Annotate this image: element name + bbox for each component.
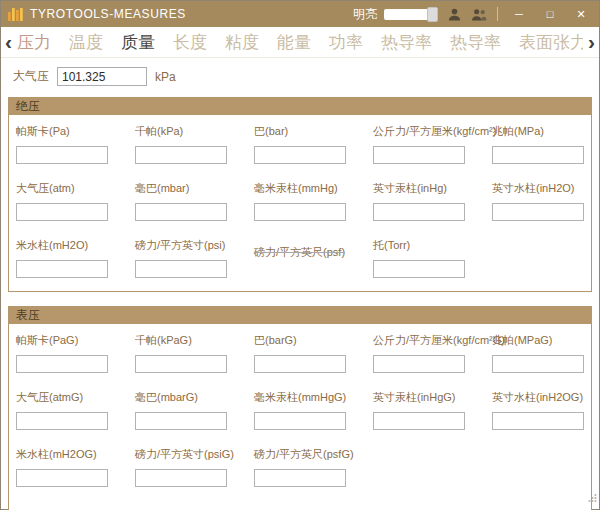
torr-input[interactable] — [373, 260, 465, 278]
field-psig: 磅力/平方英寸(psiG) — [135, 447, 227, 487]
atmosphere-unit-label: kPa — [155, 70, 176, 84]
mbar-input[interactable] — [135, 203, 227, 221]
field-kpag: 千帕(kPaG) — [135, 333, 227, 373]
field-label: 千帕(kPaG) — [135, 333, 227, 348]
brightness-slider-handle[interactable] — [427, 7, 438, 22]
mmhg-input[interactable] — [254, 203, 346, 221]
field-label: 磅力/平方英尺(psf) — [254, 245, 346, 260]
tab-thermal-conductivity[interactable]: 热导率 — [381, 27, 432, 58]
tab-bar: ‹ 压力 温度 质量 长度 粘度 能量 功率 热导率 热导率 表面张力 › — [1, 27, 599, 58]
field-label: 英寸汞柱(inHgG) — [373, 390, 465, 405]
psfg-input[interactable] — [254, 469, 346, 487]
field-label: 大气压(atm) — [16, 181, 108, 196]
inh2og-input[interactable] — [492, 412, 584, 430]
mbarg-input[interactable] — [135, 412, 227, 430]
kpa-input[interactable] — [135, 146, 227, 164]
brightness-slider[interactable] — [384, 9, 438, 20]
atmosphere-label: 大气压 — [13, 68, 49, 85]
field-pag: 帕斯卡(PaG) — [16, 333, 108, 373]
tab-energy[interactable]: 能量 — [277, 27, 311, 58]
inhgg-input[interactable] — [373, 412, 465, 430]
field-label: 帕斯卡(Pa) — [16, 124, 108, 139]
field-kgfcm2: 公斤力/平方厘米(kgf/cm²) — [373, 124, 465, 164]
field-mbarg: 毫巴(mbarG) — [135, 390, 227, 430]
field-label: 千帕(kPa) — [135, 124, 227, 139]
field-label: 兆帕(MPaG) — [492, 333, 584, 348]
kgfcm2-input[interactable] — [373, 146, 465, 164]
field-label: 英寸水柱(inH2OG) — [492, 390, 584, 405]
field-label: 英寸汞柱(inHg) — [373, 181, 465, 196]
mh2og-input[interactable] — [16, 469, 108, 487]
tabs-scroll-right-icon[interactable]: › — [586, 31, 597, 52]
app-logo-icon — [7, 6, 23, 22]
atmg-input[interactable] — [16, 412, 108, 430]
mpag-input[interactable] — [492, 355, 584, 373]
tabs-strip: 压力 温度 质量 长度 粘度 能量 功率 热导率 热导率 表面张力 — [17, 27, 583, 58]
kgfcm2g-input[interactable] — [373, 355, 465, 373]
field-label: 磅力/平方英寸(psi) — [135, 238, 227, 253]
tab-surface-tension[interactable]: 表面张力 — [519, 27, 583, 58]
psig-input[interactable] — [135, 469, 227, 487]
atm-input[interactable] — [16, 203, 108, 221]
field-atm: 大气压(atm) — [16, 181, 108, 221]
field-mh2og: 米水柱(mH2OG) — [16, 447, 108, 487]
tabs-scroll-left-icon[interactable]: ‹ — [3, 31, 14, 52]
window-title: TYROTOOLS-MEASURES — [30, 7, 186, 21]
field-psi: 磅力/平方英寸(psi) — [135, 238, 227, 278]
tab-temperature[interactable]: 温度 — [69, 27, 103, 58]
field-inhgg: 英寸汞柱(inHgG) — [373, 390, 465, 430]
field-label: 毫巴(mbar) — [135, 181, 227, 196]
field-label: 公斤力/平方厘米(kgf/cm²) — [373, 124, 465, 139]
inhg-input[interactable] — [373, 203, 465, 221]
field-label: 托(Torr) — [373, 238, 465, 253]
pa-input[interactable] — [16, 146, 108, 164]
field-barg: 巴(barG) — [254, 333, 346, 373]
titlebar-separator — [497, 7, 498, 21]
field-inh2o: 英寸水柱(inH2O) — [492, 181, 584, 221]
user-icon[interactable] — [445, 5, 463, 23]
field-bar: 巴(bar) — [254, 124, 346, 164]
field-label: 英寸水柱(inH2O) — [492, 181, 584, 196]
field-kgfcm2g: 公斤力/平方厘米(kgf/cm²G) — [373, 333, 465, 373]
atmosphere-kpa-input[interactable] — [57, 67, 147, 86]
user-group-icon[interactable] — [470, 5, 488, 23]
field-label: 毫米汞柱(mmHgG) — [254, 390, 346, 405]
field-psfg: 磅力/平方英尺(psfG) — [254, 447, 346, 487]
mpa-input[interactable] — [492, 146, 584, 164]
resize-grip[interactable] — [587, 489, 597, 507]
field-atmg: 大气压(atmG) — [16, 390, 108, 430]
field-label: 磅力/平方英尺(psfG) — [254, 447, 346, 462]
psi-input[interactable] — [135, 260, 227, 278]
field-mh2o: 米水柱(mH2O) — [16, 238, 108, 278]
field-label: 米水柱(mH2OG) — [16, 447, 108, 462]
app-window: TYROTOOLS-MEASURES 明亮 — [0, 0, 600, 510]
tab-viscosity[interactable]: 粘度 — [225, 27, 259, 58]
titlebar: TYROTOOLS-MEASURES 明亮 — [1, 1, 599, 27]
field-psf: 磅力/平方英尺(psf) — [254, 238, 346, 278]
pag-input[interactable] — [16, 355, 108, 373]
section-gauge-header: 表压 — [9, 307, 591, 324]
field-mmhgg: 毫米汞柱(mmHgG) — [254, 390, 346, 430]
field-label: 毫巴(mbarG) — [135, 390, 227, 405]
field-torr: 托(Torr) — [373, 238, 465, 278]
section-absolute-grid: 帕斯卡(Pa) 千帕(kPa) 巴(bar) 公斤力/平方厘米(kgf/cm²)… — [9, 115, 591, 291]
minimize-button[interactable]: ─ — [507, 4, 531, 24]
atmosphere-row: 大气压 kPa — [1, 58, 599, 93]
kpag-input[interactable] — [135, 355, 227, 373]
maximize-button[interactable]: □ — [538, 4, 562, 24]
bar-input[interactable] — [254, 146, 346, 164]
inh2o-input[interactable] — [492, 203, 584, 221]
close-button[interactable]: ✕ — [569, 4, 593, 24]
mh2o-input[interactable] — [16, 260, 108, 278]
field-label: 帕斯卡(PaG) — [16, 333, 108, 348]
tab-power[interactable]: 功率 — [329, 27, 363, 58]
field-label: 大气压(atmG) — [16, 390, 108, 405]
barg-input[interactable] — [254, 355, 346, 373]
tab-mass[interactable]: 质量 — [121, 27, 155, 58]
mmhgg-input[interactable] — [254, 412, 346, 430]
section-gauge-grid: 帕斯卡(PaG) 千帕(kPaG) 巴(barG) 公斤力/平方厘米(kgf/c… — [9, 324, 591, 510]
tab-thermal-conductivity-2[interactable]: 热导率 — [450, 27, 501, 58]
tab-pressure[interactable]: 压力 — [17, 27, 51, 58]
field-label: 巴(bar) — [254, 124, 346, 139]
tab-length[interactable]: 长度 — [173, 27, 207, 58]
